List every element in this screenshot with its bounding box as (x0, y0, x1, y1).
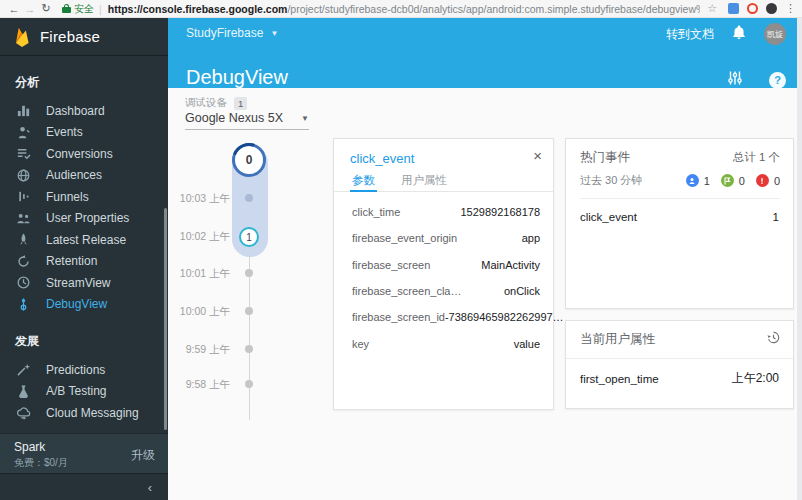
timeline-summary-bubble[interactable]: 0 (232, 143, 266, 177)
sidebar-item-debugview[interactable]: DebugView (0, 294, 168, 316)
audiences-globe-icon (15, 167, 31, 183)
timeline-dot[interactable] (245, 380, 253, 388)
filter-tune-icon[interactable] (727, 70, 743, 90)
url-host: https://console.firebase.google.com (108, 3, 288, 15)
sidebar-item-label: User Properties (46, 211, 129, 225)
param-row: firebase_screen MainActivity (334, 252, 553, 278)
project-name: StudyFirebase (186, 26, 263, 40)
app-frame: Firebase 分析 Dashboard Events Conversions… (0, 18, 802, 500)
sidebar-item-funnels[interactable]: Funnels (0, 186, 168, 208)
event-detail-card: click_event × 参数 用户属性 click_time 1529892… (333, 138, 554, 410)
header-tool-icons: ? (727, 70, 786, 90)
browser-toolbar: ← → ↻ 安全 | https://console.firebase.goog… (0, 0, 802, 18)
sidebar-item-label: DebugView (46, 297, 107, 311)
top-event-count: 1 (773, 211, 779, 223)
section-grow-label: 发展 (0, 331, 168, 351)
conversions-count-group: 0 (721, 174, 745, 187)
upgrade-button[interactable]: 升级 (131, 447, 155, 464)
sidebar-item-label: Retention (46, 254, 97, 268)
timeline-dot[interactable] (245, 194, 253, 202)
top-events-total: 总计 1 个 (733, 150, 780, 165)
debugview-content: 调试设备 1 Google Nexus 5X ▼ 10:03 上午 10:02 … (168, 88, 802, 500)
param-value: 1529892168178 (460, 206, 540, 218)
param-value: app (522, 232, 540, 244)
page-scrollbar[interactable] (797, 18, 802, 500)
conversions-flag-icon (721, 174, 734, 187)
browser-forward-button[interactable]: → (22, 3, 38, 15)
avatar[interactable]: 凯旋 (764, 23, 786, 45)
tab-params[interactable]: 参数 (350, 173, 377, 192)
browser-refresh-button[interactable]: ↻ (38, 2, 54, 15)
events-icon (15, 124, 31, 140)
device-dropdown[interactable]: Google Nexus 5X ▼ (185, 111, 309, 130)
param-value: onClick (504, 285, 540, 297)
timeline-minute-bubble[interactable]: 1 (239, 227, 259, 247)
extension-ring-icon[interactable] (747, 3, 758, 14)
sidebar-item-label: Events (46, 125, 83, 139)
main-area: StudyFirebase ▼ 转到文档 凯旋 DebugView ? (168, 18, 802, 500)
address-bar[interactable]: https://console.firebase.google.com/proj… (108, 3, 700, 15)
user-property-row[interactable]: first_open_time 上午2:00 (566, 359, 793, 387)
sidebar-item-events[interactable]: Events (0, 122, 168, 144)
close-icon[interactable]: × (533, 147, 542, 164)
events-count-icon (686, 174, 699, 187)
sidebar-item-label: Audiences (46, 168, 102, 182)
event-card-title: click_event (350, 151, 414, 166)
collapse-sidebar-icon[interactable]: ‹ (148, 480, 152, 495)
param-value: -73869465982262997… (445, 311, 564, 323)
timeline-dot[interactable] (245, 345, 253, 353)
top-event-row[interactable]: click_event 1 (566, 199, 793, 223)
extension-translate-icon[interactable] (728, 3, 739, 14)
sidebar-item-label: Latest Release (46, 233, 126, 247)
firebase-flame-icon (13, 26, 31, 48)
sidebar-item-streamview[interactable]: StreamView (0, 272, 168, 294)
sidebar-item-user-properties[interactable]: User Properties (0, 208, 168, 230)
go-to-docs-link[interactable]: 转到文档 (666, 26, 714, 43)
header-actions: 转到文档 凯旋 (666, 23, 786, 45)
url-path: /project/studyfirebase-dcb0d/analytics/a… (287, 3, 700, 15)
grow-nav-list: Predictions A/B Testing Cloud Messaging (0, 359, 168, 424)
debug-device-label: 调试设备 (185, 96, 227, 110)
sidebar-scrollbar[interactable] (164, 208, 167, 430)
sidebar-item-label: Funnels (46, 190, 89, 204)
param-key: firebase_screen_id (352, 311, 445, 323)
url-separator: | (99, 3, 102, 15)
debugview-icon (15, 296, 31, 312)
history-clock-icon[interactable] (766, 330, 781, 349)
secure-lock-icon (62, 4, 71, 13)
user-properties-card: 当前用户属性 first_open_time 上午2:00 (565, 320, 794, 409)
sidebar-item-cloud-messaging[interactable]: Cloud Messaging (0, 402, 168, 424)
param-key: key (352, 338, 369, 350)
chevron-down-icon: ▼ (301, 114, 309, 123)
param-value: MainActivity (481, 259, 540, 271)
collapse-bar: ‹ (0, 473, 168, 500)
project-selector[interactable]: StudyFirebase ▼ (186, 26, 278, 40)
timeline-time: 10:00 上午 (178, 305, 230, 319)
sidebar-item-retention[interactable]: Retention (0, 251, 168, 273)
event-card-tabs: 参数 用户属性 (334, 173, 553, 192)
sidebar-item-latest-release[interactable]: Latest Release (0, 229, 168, 251)
sidebar-item-conversions[interactable]: Conversions (0, 143, 168, 165)
dashboard-icon (15, 103, 31, 119)
sidebar-item-label: Conversions (46, 147, 113, 161)
debug-device-label-row: 调试设备 1 (185, 96, 247, 110)
timeline-dot[interactable] (245, 269, 253, 277)
bookmark-star-icon[interactable]: ☆ (707, 2, 717, 15)
tab-user-properties[interactable]: 用户属性 (399, 173, 449, 192)
events-count-group: 1 (686, 174, 710, 187)
notifications-bell-icon[interactable] (732, 25, 746, 44)
sidebar-item-audiences[interactable]: Audiences (0, 165, 168, 187)
timeline-time: 10:03 上午 (178, 192, 230, 206)
page-header: StudyFirebase ▼ 转到文档 凯旋 DebugView ? (168, 18, 802, 88)
browser-back-button[interactable]: ← (6, 3, 22, 15)
firebase-logo-row[interactable]: Firebase (0, 18, 168, 56)
firebase-brand-label: Firebase (40, 28, 100, 45)
sidebar-item-predictions[interactable]: Predictions (0, 359, 168, 381)
help-icon[interactable]: ? (769, 72, 786, 89)
param-row: key value (334, 330, 553, 356)
extension-dark-icon[interactable] (766, 3, 777, 14)
sidebar-item-dashboard[interactable]: Dashboard (0, 100, 168, 122)
timeline-dot[interactable] (245, 307, 253, 315)
sidebar-item-ab-testing[interactable]: A/B Testing (0, 381, 168, 403)
browser-menu-icon[interactable]: ⋮ (785, 2, 796, 15)
